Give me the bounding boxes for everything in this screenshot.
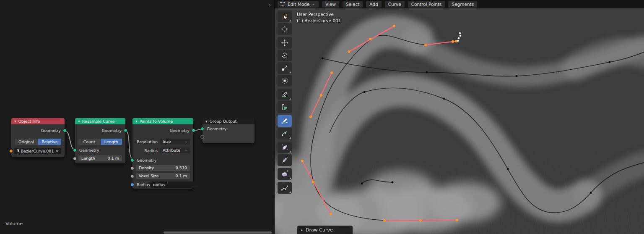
length-field[interactable]: Length 0.1 m [78,155,122,161]
horizontal-scrollbar[interactable] [164,231,272,234]
length-value: 0.1 m [108,155,119,161]
voxel-size-value: 0.1 m [176,173,187,179]
curve-pen-tool[interactable] [278,128,292,139]
mode-label: Edit Mode [288,1,309,8]
scene-canvas[interactable] [275,0,644,234]
node-ptv-header[interactable]: ▼ Points to Volume [132,118,193,124]
menu-segments[interactable]: Segments [448,1,477,8]
draw-curve-tool[interactable] [278,115,292,127]
node-group-output-header[interactable]: ▼ Group Output [203,118,254,124]
geometry-input-label: Geometry [137,158,156,163]
viewport-toolbar [278,11,292,194]
menu-add[interactable]: Add [366,1,381,8]
curve-endpoint-markers[interactable] [457,32,462,42]
panel-expand-icon[interactable]: ▸ [301,228,303,232]
node-collapse-icon[interactable]: ▼ [205,118,208,124]
curve-pen-icon [281,130,288,137]
transform-tool[interactable] [278,75,292,87]
output-geometry-row: Geometry [132,128,193,134]
node-resample-curve[interactable]: ▼ Resample Curve Geometry Count Length G… [75,118,125,163]
object-input-socket[interactable] [9,149,13,153]
cursor-tool[interactable] [278,23,292,35]
original-button[interactable]: Original [15,139,38,145]
length-button[interactable]: Length [101,139,122,145]
object-field-row: BezierCurve.001 ✕ [11,148,65,154]
voxel-size-input-socket[interactable] [130,174,134,178]
tilt-tool[interactable] [278,142,292,153]
node-collapse-icon[interactable]: ▼ [14,118,16,124]
node-resample-header[interactable]: ▼ Resample Curve [75,118,125,124]
chevron-down-icon: ⌄ [184,139,187,145]
geometry-output-socket[interactable] [63,129,67,132]
object-selector[interactable]: BezierCurve.001 ✕ [14,148,61,154]
draw-curve-panel[interactable]: ▸ Draw Curve [297,226,353,234]
radius-mode-label: Radius [132,148,160,153]
measure-icon [281,103,288,111]
menu-control-points[interactable]: Control Points [408,1,445,8]
geometry-input-label: Geometry [79,148,99,152]
draw-curve-panel-label: Draw Curve [306,227,333,233]
resolution-row: Resolution Size ⌄ [132,139,190,145]
virtual-socket[interactable] [200,135,204,139]
radius-attribute-input[interactable] [150,181,207,188]
original-relative-toggle: Original Relative [15,139,61,145]
geometry-node-editor[interactable]: ▼ Object Info Geometry Original Relative… [0,0,275,234]
select-box-tool[interactable] [278,11,292,22]
chevron-down-icon: ⌄ [312,1,315,8]
blender-window: ▼ Object Info Geometry Original Relative… [0,0,644,234]
radius-mode-row: Radius Attribute ⌄ [132,147,190,153]
tilt-icon [281,144,288,151]
geometry-output-socket[interactable] [124,129,127,132]
curve-polyline-tool[interactable] [278,182,292,194]
annotate-tool[interactable] [278,89,292,100]
extrude-tool[interactable] [278,168,292,180]
curve-polyline-icon [281,184,288,192]
menu-select[interactable]: Select [343,1,363,8]
relative-button[interactable]: Relative [38,139,61,145]
view-name-label: User Perspective [297,11,341,18]
mode-dropdown[interactable]: Edit Mode ⌄ [278,1,319,8]
geometry-input-label: Geometry [207,126,226,131]
cursor-icon [281,25,288,33]
link-resample-pointstovolume [125,131,133,159]
randomize-icon [281,156,288,164]
output-geometry-row: Geometry [11,128,65,134]
node-object-info-header[interactable]: ▼ Object Info [11,118,65,124]
node-collapse-icon[interactable]: ▼ [78,118,80,124]
region-collapse-icon[interactable]: ‹ [269,1,271,8]
menu-curve[interactable]: Curve [385,1,405,8]
voxel-size-field[interactable]: Voxel Size 0.1 m [136,173,190,179]
viewport-3d[interactable]: Edit Mode ⌄ View Select Add Curve Contro… [275,0,644,234]
geometry-input-socket[interactable] [73,148,77,152]
node-object-info[interactable]: ▼ Object Info Geometry Original Relative… [11,118,65,157]
node-collapse-icon[interactable]: ▼ [135,118,138,124]
length-row: Length 0.1 m [75,155,125,161]
count-button[interactable]: Count [78,139,100,145]
density-field[interactable]: Density 0.510 [136,165,190,171]
node-points-to-volume[interactable]: ▼ Points to Volume Geometry Resolution S… [132,118,193,189]
output-geometry-label: Geometry [41,128,61,133]
resolution-dropdown[interactable]: Size ⌄ [160,139,190,145]
randomize-tool[interactable] [278,154,292,166]
geometry-input-row: Geometry [132,158,193,163]
measure-tool[interactable] [278,101,292,113]
radius-input-socket[interactable] [130,183,134,187]
geometry-input-socket[interactable] [200,127,204,131]
annotate-icon [281,91,288,98]
menu-view[interactable]: View [322,1,339,8]
scale-tool[interactable] [278,62,292,74]
length-input-socket[interactable] [73,157,77,160]
node-links [0,0,274,234]
transform-icon [281,77,288,84]
density-input-socket[interactable] [130,166,134,170]
move-tool[interactable] [278,37,292,49]
radius-mode-dropdown[interactable]: Attribute ⌄ [160,147,190,153]
clear-object-icon[interactable]: ✕ [55,148,59,154]
geometry-input-socket[interactable] [130,158,134,162]
geometry-input-row: Geometry [75,147,125,153]
rotate-tool[interactable] [278,50,292,61]
geometry-output-socket[interactable] [192,129,195,132]
count-length-toggle: Count Length [78,139,122,145]
node-group-output[interactable]: ▼ Group Output Geometry [203,118,254,143]
edit-mode-icon [280,2,285,7]
